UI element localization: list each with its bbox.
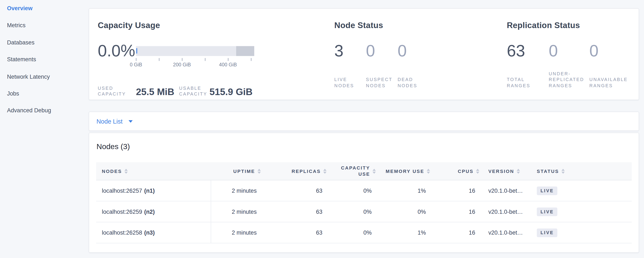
replication-status-title: Replication Status: [507, 20, 637, 30]
node-address: localhost:26257: [102, 187, 142, 194]
suspect-nodes-value: 0: [366, 42, 398, 60]
column-header-status[interactable]: STATUS: [530, 162, 632, 180]
axis-label-400gib: 400 GiB: [219, 62, 237, 67]
cpus-cell: 16: [432, 180, 482, 201]
version-cell: v20.1.0-bet…: [482, 222, 530, 243]
replication-status-section: Replication Status 63 TOTAL RANGES 0 UND…: [507, 20, 637, 96]
nodes-table-card: Nodes (3) NODES UPTIME REPLICAS CAPACITY…: [89, 133, 639, 253]
status-badge: LIVE: [537, 228, 558, 237]
live-nodes-label-line2: NODES: [334, 82, 366, 88]
sidebar-item-statements[interactable]: Statements: [7, 51, 83, 68]
used-capacity-label: USED CAPACITY: [98, 85, 136, 97]
table-row[interactable]: localhost:26257 (n1) 2 minutes 63 0% 1% …: [96, 180, 632, 201]
unavailable-ranges-label: UNAVAILABLE RANGES: [590, 77, 643, 88]
table-row[interactable]: localhost:26258 (n3) 2 minutes 63 0% 1% …: [96, 222, 632, 243]
node-address-cell[interactable]: localhost:26258 (n3): [96, 222, 211, 243]
usable-capacity-label: USABLE CAPACITY: [179, 85, 210, 97]
status-badge: LIVE: [537, 186, 558, 195]
capacity-usage-section: Capacity Usage 0.0%: [98, 20, 330, 96]
capacity-used-percent: 0.0%: [98, 41, 131, 60]
suspect-nodes-label: SUSPECT NODES: [366, 77, 398, 88]
used-capacity-value: 25.5 MiB: [136, 87, 179, 97]
nodes-section-title: Nodes (3): [96, 142, 130, 151]
suspect-nodes-stat: 0 SUSPECT NODES: [366, 42, 398, 88]
node-id: (n2): [144, 208, 155, 215]
node-list-dropdown[interactable]: Node List: [96, 112, 133, 131]
cpus-cell: 16: [432, 222, 482, 243]
column-header-uptime[interactable]: UPTIME: [211, 162, 263, 180]
usable-capacity-label-line1: USABLE: [179, 85, 210, 91]
under-replicated-ranges-value: 0: [549, 42, 590, 60]
usable-capacity-label-line2: CAPACITY: [179, 91, 210, 97]
capacity-bar-reserved-segment: [236, 46, 254, 56]
sidebar-item-metrics[interactable]: Metrics: [7, 17, 83, 34]
live-nodes-stat: 3 LIVE NODES: [334, 42, 366, 88]
node-status-title: Node Status: [334, 20, 503, 30]
column-header-replicas-label: REPLICAS: [292, 169, 320, 174]
suspect-nodes-label-line2: NODES: [366, 82, 398, 88]
status-badge: LIVE: [537, 207, 558, 216]
column-header-nodes[interactable]: NODES: [96, 162, 211, 180]
capacity-use-cell: 0%: [329, 201, 378, 222]
column-header-cpus[interactable]: CPUS: [432, 162, 482, 180]
status-cell: LIVE: [530, 222, 632, 243]
column-header-memory-use[interactable]: MEMORY USE: [378, 162, 432, 180]
column-header-cpus-label: CPUS: [458, 169, 474, 174]
version-cell: v20.1.0-bet…: [482, 201, 530, 222]
sidebar-item-overview[interactable]: Overview: [7, 0, 83, 17]
nodes-table: NODES UPTIME REPLICAS CAPACITY USE MEMOR…: [96, 162, 632, 243]
status-cell: LIVE: [530, 180, 632, 201]
sort-icon: [124, 169, 128, 174]
node-id: (n3): [144, 229, 155, 236]
capacity-usage-title: Capacity Usage: [98, 20, 330, 30]
under-replicated-label-line2: REPLICATED: [549, 77, 590, 82]
capacity-axis-ticks: [136, 58, 254, 61]
under-replicated-label-line3: RANGES: [549, 82, 590, 88]
memory-use-cell: 1%: [378, 222, 432, 243]
used-capacity-label-line2: CAPACITY: [98, 91, 136, 97]
node-address-cell[interactable]: localhost:26259 (n2): [96, 201, 211, 222]
axis-label-0gib: 0 GiB: [130, 62, 142, 67]
node-address-cell[interactable]: localhost:26257 (n1): [96, 180, 211, 201]
total-ranges-value: 63: [507, 42, 549, 60]
sort-icon: [517, 169, 520, 174]
sidebar-item-databases[interactable]: Databases: [7, 34, 83, 51]
node-address: localhost:26258: [102, 229, 142, 236]
column-header-replicas[interactable]: REPLICAS: [263, 162, 329, 180]
column-header-status-label: STATUS: [537, 169, 559, 174]
table-row[interactable]: localhost:26259 (n2) 2 minutes 63 0% 0% …: [96, 201, 632, 222]
replicas-cell: 63: [263, 201, 329, 222]
live-nodes-label-line1: LIVE: [334, 77, 366, 82]
cpus-cell: 16: [432, 201, 482, 222]
live-nodes-value: 3: [334, 42, 366, 60]
sidebar-item-jobs[interactable]: Jobs: [7, 85, 83, 102]
sort-icon: [258, 169, 261, 174]
used-capacity-label-line1: USED: [98, 85, 136, 91]
under-replicated-ranges-label: UNDER- REPLICATED RANGES: [549, 71, 590, 88]
replicas-cell: 63: [263, 180, 329, 201]
column-header-version-label: VERSION: [488, 169, 514, 174]
column-header-capacity-use[interactable]: CAPACITY USE: [329, 162, 378, 180]
unavailable-label-line2: RANGES: [590, 82, 643, 88]
uptime-cell: 2 minutes: [211, 201, 263, 222]
total-ranges-label: TOTAL RANGES: [507, 77, 549, 88]
dead-nodes-label: DEAD NODES: [398, 77, 447, 88]
column-header-memory-use-label: MEMORY USE: [386, 169, 424, 174]
node-status-section: Node Status 3 LIVE NODES 0 SUSPECT NODES: [334, 20, 503, 96]
usable-capacity-value: 515.9 GiB: [210, 87, 252, 97]
dead-nodes-stat: 0 DEAD NODES: [398, 42, 447, 88]
memory-use-cell: 1%: [378, 180, 432, 201]
uptime-cell: 2 minutes: [211, 222, 263, 243]
sidebar-item-network-latency[interactable]: Network Latency: [7, 68, 83, 85]
column-header-version[interactable]: VERSION: [482, 162, 530, 180]
under-replicated-ranges-stat: 0 UNDER- REPLICATED RANGES: [549, 42, 590, 88]
sidebar-item-advanced-debug[interactable]: Advanced Debug: [7, 102, 83, 119]
node-id: (n1): [144, 187, 155, 194]
unavailable-ranges-value: 0: [590, 42, 643, 60]
node-list-dropdown-label: Node List: [96, 118, 123, 125]
unavailable-ranges-stat: 0 UNAVAILABLE RANGES: [590, 42, 643, 88]
live-nodes-label: LIVE NODES: [334, 77, 366, 88]
sort-icon: [476, 169, 479, 174]
memory-use-cell: 0%: [378, 201, 432, 222]
column-header-nodes-label: NODES: [102, 169, 122, 174]
